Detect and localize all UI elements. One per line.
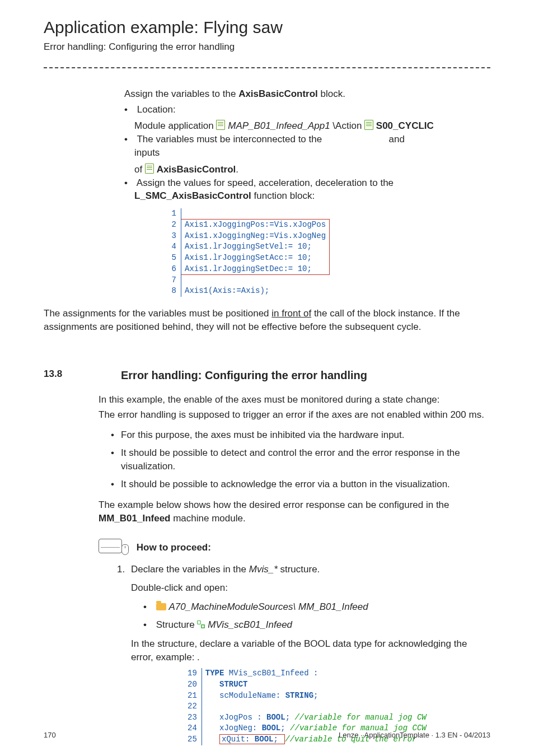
- struct-icon: [197, 620, 205, 628]
- sec-para-1: In this example, the enable of the axes …: [99, 393, 490, 407]
- section-heading: 13.8 Error handling: Configuring the err…: [44, 367, 490, 383]
- how-to-proceed-heading: How to proceed:: [99, 539, 490, 557]
- bullet-interconnect: The variables must be interconnected to …: [124, 133, 490, 176]
- bullet-location: Location: Module application MAP_B01_Inf…: [124, 103, 490, 133]
- bullet-assign-values: Assign the values for speed, acceleratio…: [124, 176, 490, 203]
- keyboard-icon: [99, 539, 122, 553]
- assign-intro: Assign the variables to the AxisBasicCon…: [124, 87, 490, 101]
- code-block-1: 1 2Axis1.xJoggingPos:=Vis.xJogPos 3Axis1…: [166, 208, 368, 297]
- note-positioning: The assignments for the variables must b…: [44, 307, 490, 334]
- header-divider: [44, 67, 490, 68]
- mouse-icon: [121, 544, 129, 555]
- section-title: Error handling: Configuring the error ha…: [121, 367, 367, 383]
- page-footer: 170 Lenze · ApplicationTemplate · 1.3 EN…: [44, 730, 490, 740]
- sec-bullet: It should be possible to detect and cont…: [111, 446, 490, 473]
- page-number: 170: [44, 730, 56, 740]
- document-icon: [145, 164, 154, 174]
- sec-para-3: The example below shows how the desired …: [99, 498, 490, 525]
- section-number: 13.8: [44, 367, 99, 383]
- sec-bullet: It should be possible to acknowledge the…: [111, 478, 490, 491]
- sec-bullet: For this purpose, the axes must be inhib…: [111, 428, 490, 442]
- footer-right: Lenze · ApplicationTemplate · 1.3 EN - 0…: [339, 730, 490, 740]
- document-icon: [364, 120, 373, 130]
- path-item: A70_MachineModuleSources\ MM_B01_Infeed: [143, 600, 490, 614]
- step-1: Declare the variables in the Mvis_* stru…: [128, 563, 490, 745]
- path-item: Structure MVis_scB01_Infeed: [143, 618, 490, 632]
- folder-icon: [156, 603, 166, 610]
- location-path: Module application MAP_B01_Infeed_App1 \…: [134, 119, 490, 133]
- document-icon: [216, 120, 225, 130]
- page-title: Application example: Flying saw: [44, 16, 490, 39]
- sec-para-2: The error handling is supposed to trigge…: [99, 408, 490, 422]
- page-subtitle: Error handling: Configuring the error ha…: [44, 40, 490, 54]
